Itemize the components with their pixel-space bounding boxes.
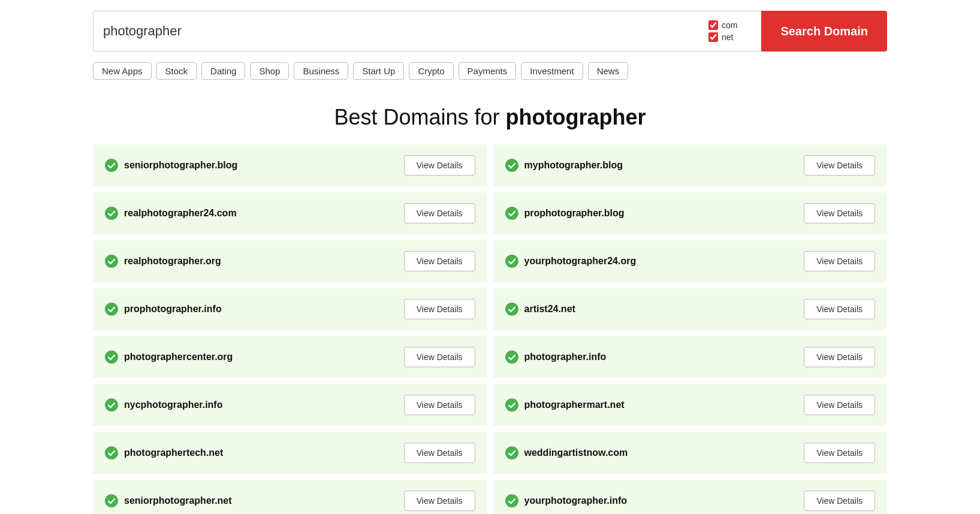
tag-start-up[interactable]: Start Up (353, 62, 404, 80)
domain-name: photographertech.net (124, 448, 223, 458)
domain-left: photographercenter.org (105, 350, 233, 364)
check-icon (105, 207, 118, 220)
domain-left: artist24.net (505, 303, 575, 316)
domain-row: yourphotographer.info View Details (493, 480, 888, 514)
svg-point-9 (505, 350, 518, 364)
view-details-button[interactable]: View Details (404, 491, 475, 511)
domain-left: prophotographer.blog (505, 207, 625, 220)
view-details-button[interactable]: View Details (804, 491, 875, 511)
view-details-button[interactable]: View Details (804, 203, 875, 223)
svg-point-6 (105, 303, 118, 316)
svg-point-13 (505, 446, 518, 459)
tag-new-apps[interactable]: New Apps (93, 62, 152, 80)
view-details-button[interactable]: View Details (404, 155, 475, 176)
tag-shop[interactable]: Shop (250, 62, 289, 80)
domain-left: seniorphotographer.blog (105, 159, 237, 172)
domain-left: photographermart.net (505, 398, 625, 412)
svg-point-7 (505, 303, 518, 316)
svg-point-8 (105, 350, 118, 364)
view-details-button[interactable]: View Details (404, 251, 475, 271)
check-icon (105, 303, 118, 316)
tag-crypto[interactable]: Crypto (409, 62, 453, 80)
svg-point-3 (505, 207, 518, 220)
domain-name: myphotographer.blog (524, 160, 623, 171)
domain-name: realphotographer24.com (124, 208, 237, 219)
search-input[interactable] (103, 23, 692, 39)
view-details-button[interactable]: View Details (804, 299, 875, 319)
page-title: Best Domains for photographer (0, 105, 980, 130)
domain-row: artist24.net View Details (493, 288, 888, 330)
domain-left: realphotographer.org (105, 255, 221, 268)
domain-row: seniorphotographer.blog View Details (93, 144, 487, 186)
view-details-button[interactable]: View Details (804, 155, 875, 176)
domain-left: myphotographer.blog (505, 159, 623, 172)
top-bar: com net Search Domain (0, 0, 980, 62)
view-details-button[interactable]: View Details (804, 251, 875, 271)
tag-news[interactable]: News (588, 62, 629, 80)
check-icon (505, 207, 518, 220)
tld-arrow-wrapper[interactable] (744, 11, 761, 52)
tag-dating[interactable]: Dating (201, 62, 245, 80)
domain-row: yourphotographer24.org View Details (493, 240, 888, 282)
view-details-button[interactable]: View Details (404, 203, 475, 223)
tld-net-checkbox[interactable] (708, 32, 718, 42)
tag-stock[interactable]: Stock (156, 62, 197, 80)
svg-point-12 (105, 446, 118, 459)
view-details-button[interactable]: View Details (804, 395, 875, 415)
check-icon (505, 446, 518, 459)
domain-left: photographertech.net (105, 446, 223, 459)
check-icon (505, 494, 518, 507)
svg-point-0 (105, 159, 118, 172)
svg-point-14 (105, 494, 118, 507)
search-domain-button[interactable]: Search Domain (761, 11, 887, 52)
tag-payments[interactable]: Payments (459, 62, 517, 80)
domain-name: yourphotographer24.org (524, 256, 637, 267)
domain-left: realphotographer24.com (105, 207, 237, 220)
view-details-button[interactable]: View Details (404, 443, 475, 463)
check-icon (505, 255, 518, 268)
tags-bar: New AppsStockDatingShopBusinessStart UpC… (0, 62, 980, 88)
domain-left: yourphotographer24.org (505, 255, 637, 268)
domain-left: yourphotographer.info (505, 494, 628, 507)
domain-row: photographer.info View Details (493, 336, 888, 378)
domain-row: nycphotographer.info View Details (93, 384, 487, 426)
domain-name: realphotographer.org (124, 256, 221, 267)
domain-row: photographercenter.org View Details (93, 336, 487, 378)
search-input-wrapper (93, 11, 701, 52)
domain-left: nycphotographer.info (105, 398, 222, 412)
view-details-button[interactable]: View Details (404, 395, 475, 415)
view-details-button[interactable]: View Details (804, 443, 875, 463)
domain-row: realphotographer.org View Details (93, 240, 487, 282)
domain-name: seniorphotographer.blog (124, 160, 237, 171)
domain-name: yourphotographer.info (524, 495, 628, 506)
domain-row: prophotographer.blog View Details (493, 192, 888, 234)
tld-com-checkbox[interactable] (708, 20, 718, 30)
domain-row: seniorphotographer.net View Details (93, 480, 487, 514)
check-icon (105, 159, 118, 172)
svg-point-10 (105, 398, 118, 412)
domain-left: seniorphotographer.net (105, 494, 232, 507)
domain-row: myphotographer.blog View Details (493, 144, 888, 186)
domain-row: photographertech.net View Details (93, 432, 487, 474)
svg-point-4 (105, 255, 118, 268)
tld-com-label: com (722, 20, 737, 30)
domain-name: nycphotographer.info (124, 400, 222, 410)
tag-business[interactable]: Business (294, 62, 348, 80)
view-details-button[interactable]: View Details (404, 347, 475, 367)
check-icon (105, 350, 118, 364)
svg-point-11 (505, 398, 518, 412)
domain-row: photographermart.net View Details (493, 384, 888, 426)
check-icon (105, 398, 118, 412)
domain-name: prophotographer.blog (524, 208, 625, 219)
domain-name: seniorphotographer.net (124, 495, 232, 506)
view-details-button[interactable]: View Details (404, 299, 475, 319)
svg-point-5 (505, 255, 518, 268)
svg-point-15 (505, 494, 518, 507)
tag-investment[interactable]: Investment (521, 62, 583, 80)
domain-name: artist24.net (524, 304, 575, 315)
check-icon (105, 255, 118, 268)
check-icon (505, 159, 518, 172)
page-title-bold: photographer (506, 105, 646, 129)
view-details-button[interactable]: View Details (804, 347, 875, 367)
domain-row: prophotographer.info View Details (93, 288, 487, 330)
